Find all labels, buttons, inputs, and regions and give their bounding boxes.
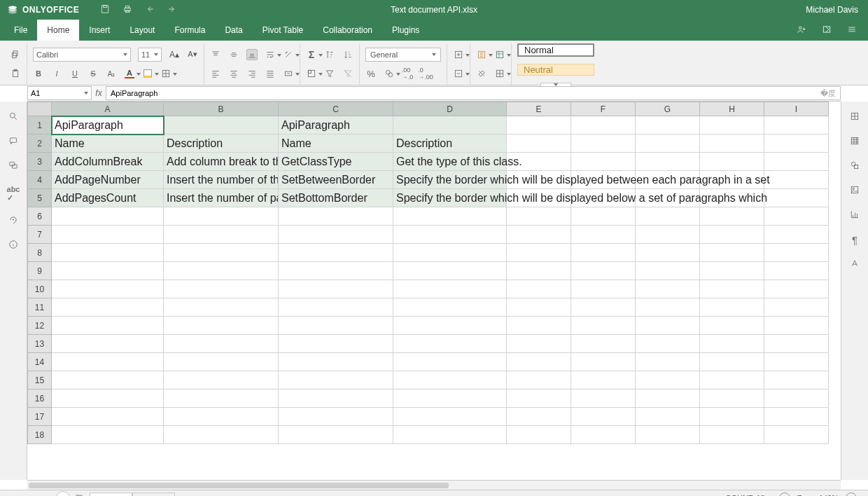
- cell[interactable]: [571, 116, 636, 135]
- row-header[interactable]: 3: [28, 153, 52, 171]
- cell[interactable]: [393, 116, 507, 135]
- cell[interactable]: [700, 226, 764, 244]
- sheet-list-icon[interactable]: [74, 492, 84, 496]
- cell[interactable]: [571, 280, 636, 298]
- cell[interactable]: ApiParagraph: [279, 116, 393, 135]
- cell[interactable]: [52, 280, 164, 298]
- cell[interactable]: [52, 426, 164, 444]
- cell[interactable]: [764, 298, 829, 317]
- tab-layout[interactable]: Layout: [120, 20, 164, 41]
- row-header[interactable]: 11: [28, 298, 52, 317]
- clear-icon[interactable]: [476, 68, 487, 79]
- cell[interactable]: [636, 408, 700, 426]
- increase-decimal-icon[interactable]: .0→.00: [420, 68, 431, 79]
- conditional-format-icon[interactable]: [476, 49, 487, 60]
- cell[interactable]: [636, 153, 700, 171]
- row-header[interactable]: 8: [28, 244, 52, 262]
- cell[interactable]: [764, 280, 829, 298]
- zoom-in-button[interactable]: +: [846, 492, 857, 496]
- tab-home[interactable]: Home: [37, 20, 79, 41]
- column-header[interactable]: E: [507, 102, 571, 116]
- cell[interactable]: [164, 262, 279, 280]
- cell[interactable]: [764, 353, 829, 371]
- tab-pivot-table[interactable]: Pivot Table: [253, 20, 313, 41]
- clear-filter-icon[interactable]: [342, 68, 354, 79]
- paste-icon[interactable]: [10, 68, 21, 79]
- search-icon[interactable]: [8, 111, 18, 123]
- cell[interactable]: [164, 335, 279, 353]
- increase-font-icon[interactable]: A▴: [169, 49, 180, 60]
- tab-formula[interactable]: Formula: [164, 20, 215, 41]
- cell[interactable]: [393, 298, 507, 317]
- cell[interactable]: [393, 262, 507, 280]
- cell[interactable]: [279, 226, 393, 244]
- cell[interactable]: Insert the number of the current page: [164, 171, 279, 189]
- italic-icon[interactable]: I: [51, 68, 62, 79]
- cell[interactable]: Get the type of this class.: [393, 153, 507, 171]
- feedback-icon[interactable]: [8, 215, 18, 227]
- cell[interactable]: [700, 135, 764, 153]
- zoom-out-button[interactable]: −: [779, 492, 790, 496]
- cell[interactable]: [700, 353, 764, 371]
- formula-input[interactable]: ApiParagraph�度: [106, 86, 841, 100]
- cell[interactable]: [636, 207, 700, 226]
- accounting-icon[interactable]: [384, 68, 395, 79]
- cell[interactable]: [507, 317, 571, 335]
- cell[interactable]: [764, 426, 829, 444]
- row-header[interactable]: 14: [28, 353, 52, 371]
- column-header[interactable]: C: [279, 102, 393, 116]
- cell[interactable]: [279, 426, 393, 444]
- cell[interactable]: [636, 371, 700, 390]
- cell[interactable]: [764, 371, 829, 390]
- align-right-icon[interactable]: [246, 68, 258, 79]
- cell[interactable]: [764, 135, 829, 153]
- cell-settings-btn-icon[interactable]: [494, 68, 505, 79]
- cell[interactable]: [571, 335, 636, 353]
- cell[interactable]: [764, 153, 829, 171]
- cell[interactable]: [700, 317, 764, 335]
- cell[interactable]: [700, 244, 764, 262]
- cell[interactable]: [393, 390, 507, 408]
- cell[interactable]: [764, 408, 829, 426]
- decrease-font-icon[interactable]: A▾: [187, 49, 198, 60]
- cell[interactable]: [393, 408, 507, 426]
- cell[interactable]: [507, 408, 571, 426]
- cell[interactable]: [571, 298, 636, 317]
- align-justify-icon[interactable]: [265, 68, 276, 79]
- cell[interactable]: [700, 426, 764, 444]
- sheet-nav-first-icon[interactable]: ▮◂: [7, 494, 15, 497]
- wrap-text-icon[interactable]: [265, 49, 276, 60]
- cell[interactable]: [764, 207, 829, 226]
- tab-collaboration[interactable]: Collaboration: [313, 20, 382, 41]
- fill-color-icon[interactable]: [142, 68, 153, 79]
- cell[interactable]: [571, 390, 636, 408]
- cell[interactable]: [636, 390, 700, 408]
- row-header[interactable]: 4: [28, 171, 52, 189]
- cell[interactable]: [507, 207, 571, 226]
- cell[interactable]: [393, 226, 507, 244]
- cell[interactable]: Specify the border which will be display…: [393, 171, 507, 189]
- cell[interactable]: [279, 408, 393, 426]
- subsuper-icon[interactable]: A₂: [106, 68, 117, 79]
- cell[interactable]: GetClassType: [279, 153, 393, 171]
- cell[interactable]: [164, 353, 279, 371]
- align-bottom-icon[interactable]: [246, 49, 258, 60]
- textart-panel-icon[interactable]: [850, 259, 860, 270]
- copy-icon[interactable]: [10, 49, 21, 60]
- underline-icon[interactable]: U: [69, 68, 80, 79]
- align-top-icon[interactable]: [210, 49, 221, 60]
- tab-data[interactable]: Data: [215, 20, 252, 41]
- cell[interactable]: [52, 317, 164, 335]
- cell[interactable]: [164, 116, 279, 135]
- cell[interactable]: [700, 390, 764, 408]
- sheet-nav-last-icon[interactable]: ▸▮: [36, 494, 45, 497]
- spreadsheet-grid[interactable]: ABCDEFGHI1ApiParagraphApiParagraph2NameD…: [27, 102, 841, 480]
- tab-plugins[interactable]: Plugins: [382, 20, 429, 41]
- cell[interactable]: [636, 298, 700, 317]
- cell[interactable]: [52, 226, 164, 244]
- bold-icon[interactable]: B: [33, 68, 44, 79]
- cell[interactable]: [393, 317, 507, 335]
- cell[interactable]: [764, 244, 829, 262]
- cell[interactable]: [164, 280, 279, 298]
- cell[interactable]: AddPageNumber: [52, 171, 164, 189]
